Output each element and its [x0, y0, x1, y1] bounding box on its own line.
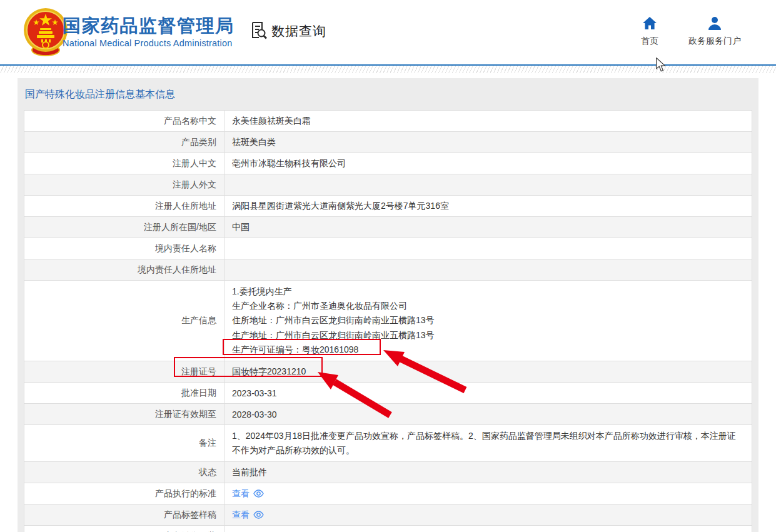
row-value [224, 174, 752, 196]
table-row: 注册人住所地址涡阳县星园街道紫光大道南侧紫光大厦2号楼7单元316室 [24, 196, 752, 217]
table-row: 注册证号国妆特字20231210 [24, 361, 752, 383]
row-label: 产品执行的标准 [24, 483, 224, 504]
site-title: 国家药品监督管理局 [63, 15, 234, 36]
page-header: 国家药品监督管理局 National Medical Products Admi… [0, 0, 776, 64]
production-info-line: 1.委托境内生产 [232, 284, 744, 299]
production-info-line: 生产许可证编号：粤妆20161098 [232, 343, 744, 357]
info-table-body: 产品名称中文永美佳颜祛斑美白霜产品类别祛斑美白类注册人中文亳州市冰聪生物科技有限… [24, 111, 752, 532]
row-value: 1.委托境内生产生产企业名称：广州市圣迪奥化妆品有限公司住所地址：广州市白云区龙… [224, 281, 752, 361]
row-label: 备注 [24, 425, 224, 462]
data-query-entry[interactable]: 数据查询 [249, 21, 326, 42]
row-value: 当前批件 [224, 462, 752, 483]
table-row: 境内责任人住所地址 [24, 259, 752, 281]
view-link[interactable]: 查看 [232, 488, 249, 499]
row-value: 永美佳颜祛斑美白霜 [224, 111, 752, 132]
row-value: 中国 [224, 217, 752, 238]
row-label: 注册人所在国/地区 [24, 217, 224, 238]
row-value [224, 259, 752, 281]
nav-gov-portal[interactable]: 政务服务门户 [688, 16, 741, 47]
table-row: 境内责任人名称 [24, 238, 752, 259]
production-info-line: 生产企业名称：广州市圣迪奥化妆品有限公司 [232, 299, 744, 313]
view-link[interactable]: 查看 [232, 509, 249, 521]
table-row: 生产信息1.委托境内生产生产企业名称：广州市圣迪奥化妆品有限公司住所地址：广州市… [24, 281, 752, 361]
row-value: 亳州市冰聪生物科技有限公司 [224, 153, 752, 174]
row-value [224, 526, 752, 532]
table-row: 上市销售包装 [24, 526, 752, 532]
row-value: 祛斑美白类 [224, 132, 752, 153]
row-label: 批准日期 [24, 383, 224, 404]
table-row: 产品标签样稿查看 [24, 504, 752, 526]
table-row: 注册人中文亳州市冰聪生物科技有限公司 [24, 153, 752, 174]
row-label: 状态 [24, 462, 224, 483]
row-value: 查看 [224, 504, 752, 526]
top-nav: 首页 政务服务门户 [641, 16, 741, 47]
table-row: 产品执行的标准查看 [24, 483, 752, 504]
row-value: 2028-03-30 [224, 404, 752, 425]
nav-home-label: 首页 [641, 36, 658, 47]
eye-icon[interactable] [253, 489, 264, 499]
row-label: 注册证有效期至 [24, 404, 224, 425]
site-subtitle: National Medical Products Administration [63, 38, 234, 48]
production-info-line: 住所地址：广州市白云区龙归街南岭南业五横路13号 [232, 313, 744, 328]
site-brand: 国家药品监督管理局 National Medical Products Admi… [63, 15, 234, 48]
row-value: 2023-03-31 [224, 383, 752, 404]
row-value: 国妆特字20231210 [224, 361, 752, 383]
table-row: 批准日期2023-03-31 [24, 383, 752, 404]
table-row: 备注1、2024年03月18日批准变更产品功效宣称，产品标签样稿。2、国家药品监… [24, 425, 752, 462]
nav-home[interactable]: 首页 [641, 16, 658, 47]
page-title: 国产特殊化妆品注册信息基本信息 [24, 78, 752, 110]
table-row: 产品类别祛斑美白类 [24, 132, 752, 153]
table-row: 状态当前批件 [24, 462, 752, 483]
row-value [224, 238, 752, 259]
table-row: 注册人所在国/地区中国 [24, 217, 752, 238]
content-container: 国产特殊化妆品注册信息基本信息 产品名称中文永美佳颜祛斑美白霜产品类别祛斑美白类… [18, 78, 758, 532]
row-label: 产品名称中文 [24, 111, 224, 132]
user-icon [707, 16, 722, 33]
data-query-icon [249, 21, 268, 42]
row-label: 注册人住所地址 [24, 196, 224, 217]
hatched-strip [0, 66, 776, 73]
row-label: 注册人中文 [24, 153, 224, 174]
nav-gov-portal-label: 政务服务门户 [688, 36, 741, 47]
row-label: 境内责任人名称 [24, 238, 224, 259]
table-row: 注册证有效期至2028-03-30 [24, 404, 752, 425]
row-label: 境内责任人住所地址 [24, 259, 224, 281]
data-query-label: 数据查询 [271, 23, 326, 40]
row-label: 产品标签样稿 [24, 504, 224, 526]
row-value: 涡阳县星园街道紫光大道南侧紫光大厦2号楼7单元316室 [224, 196, 752, 217]
table-row: 产品名称中文永美佳颜祛斑美白霜 [24, 111, 752, 132]
row-value: 查看 [224, 483, 752, 504]
row-value: 1、2024年03月18日批准变更产品功效宣称，产品标签样稿。2、国家药品监督管… [224, 425, 752, 462]
row-label: 注册人外文 [24, 174, 224, 196]
row-label: 产品类别 [24, 132, 224, 153]
registration-info-table: 产品名称中文永美佳颜祛斑美白霜产品类别祛斑美白类注册人中文亳州市冰聪生物科技有限… [24, 110, 752, 532]
row-label: 生产信息 [24, 281, 224, 361]
production-info-line: 生产地址：广州市白云区龙归街南岭南业五横路13号 [232, 328, 744, 343]
table-row: 注册人外文 [24, 174, 752, 196]
eye-icon[interactable] [253, 511, 264, 521]
row-label: 注册证号 [24, 361, 224, 383]
row-label: 上市销售包装 [24, 526, 224, 532]
home-icon [642, 16, 657, 33]
